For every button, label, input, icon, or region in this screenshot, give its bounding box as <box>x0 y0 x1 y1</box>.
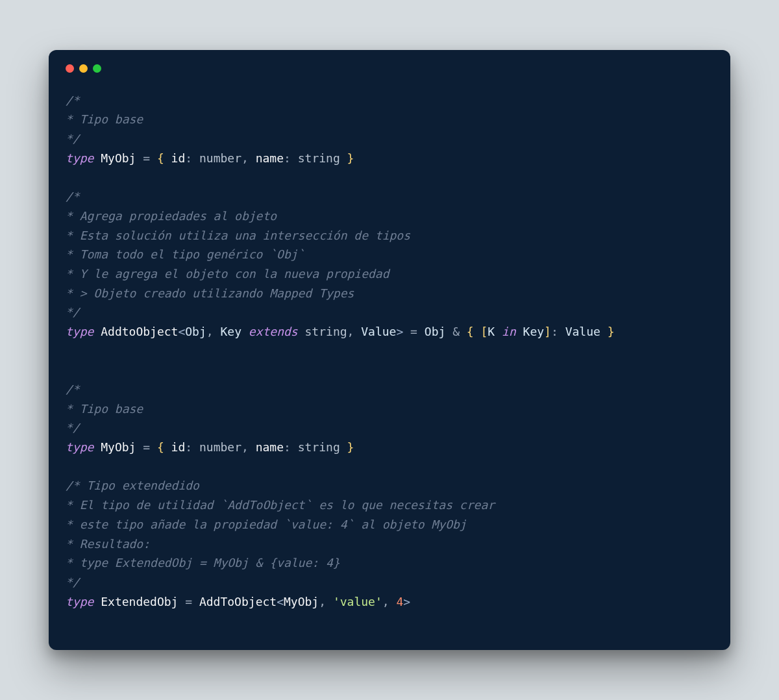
type-name: MyObj <box>101 440 136 454</box>
comment-line: */ <box>66 421 80 434</box>
comment-line: * este tipo añade la propiedad `value: 4… <box>66 518 467 531</box>
close-icon[interactable] <box>66 64 74 73</box>
comment-line: * Esta solución utiliza una intersección… <box>66 229 410 242</box>
comment-line: * Toma todo el tipo genérico `Obj` <box>66 247 304 261</box>
type-name: ExtendedObj <box>101 595 178 608</box>
code-block: /* * Tipo base */ type MyObj = { id: num… <box>66 91 713 612</box>
keyword-type: type <box>66 151 93 165</box>
keyword-type: type <box>66 440 93 454</box>
string-literal: 'value' <box>333 595 382 608</box>
comment-line: */ <box>66 575 80 589</box>
comment-line: * Resultado: <box>66 537 150 551</box>
zoom-icon[interactable] <box>93 64 101 73</box>
minimize-icon[interactable] <box>79 64 88 73</box>
comment-line: */ <box>66 305 80 319</box>
comment-line: /* <box>66 382 80 396</box>
keyword-in: in <box>502 325 516 338</box>
window-controls <box>66 64 713 73</box>
comment-line: * type ExtendedObj = MyObj & {value: 4} <box>66 556 340 569</box>
keyword-type: type <box>66 325 93 338</box>
type-name: AddtoObject <box>101 325 178 338</box>
comment-line: */ <box>66 132 80 145</box>
comment-line: /* <box>66 94 80 107</box>
comment-line: /* Tipo extendedido <box>66 479 199 492</box>
comment-line: * Tipo base <box>66 112 143 126</box>
comment-line: * > Objeto creado utilizando Mapped Type… <box>66 286 354 300</box>
type-name: MyObj <box>101 151 136 165</box>
number-literal: 4 <box>396 595 403 608</box>
keyword-type: type <box>66 595 93 608</box>
comment-line: /* <box>66 190 80 203</box>
code-window: /* * Tipo base */ type MyObj = { id: num… <box>49 50 730 651</box>
comment-line: * Y le agrega el objeto con la nueva pro… <box>66 267 390 281</box>
comment-line: * El tipo de utilidad `AddToObject` es l… <box>66 498 495 512</box>
comment-line: * Tipo base <box>66 402 143 416</box>
comment-line: * Agrega propiedades al objeto <box>66 209 277 223</box>
keyword-extends: extends <box>249 325 298 338</box>
